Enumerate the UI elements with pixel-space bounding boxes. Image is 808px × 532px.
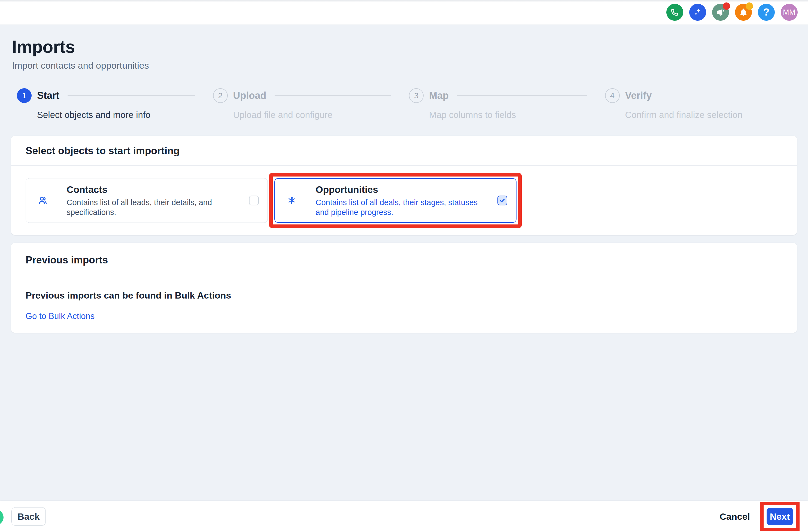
step-1-start: 1 Start Select objects and more info	[12, 88, 208, 121]
top-bar: ? MM	[0, 0, 808, 24]
annotation-next-highlight: Next	[760, 502, 800, 531]
opportunities-person-arrows-icon	[275, 195, 309, 206]
step-4-number-badge: 4	[605, 88, 620, 103]
announcements-badge	[723, 2, 730, 10]
step-3-description: Map columns to fields	[429, 110, 587, 121]
footer-action-bar: Back Cancel Next	[0, 501, 808, 532]
contacts-option-title: Contacts	[67, 184, 243, 195]
announcements-icon[interactable]	[712, 4, 729, 21]
page-title: Imports	[12, 37, 796, 57]
annotation-opportunities-highlight: Opportunities Contains list of all deals…	[269, 173, 522, 228]
previous-imports-card: Previous imports Previous imports can be…	[11, 243, 797, 333]
previous-imports-text: Previous imports can be found in Bulk Ac…	[25, 290, 783, 301]
notifications-icon[interactable]	[735, 4, 752, 21]
contacts-option-description: Contains list of all leads, their detail…	[67, 198, 243, 217]
opportunities-option-description: Contains list of all deals, their stages…	[316, 198, 491, 217]
avatar-initials: MM	[783, 8, 795, 17]
next-button[interactable]: Next	[767, 508, 793, 525]
help-icon[interactable]: ?	[758, 4, 775, 21]
step-4-verify: 4 Verify Confirm and finalize selection	[600, 88, 796, 121]
step-4-description: Confirm and finalize selection	[625, 110, 783, 121]
select-objects-heading: Select objects to start importing	[11, 136, 797, 165]
step-1-description: Select objects and more info	[37, 110, 195, 121]
opportunities-option-title: Opportunities	[316, 184, 491, 195]
import-options-row: Contacts Contains list of all leads, the…	[11, 166, 797, 235]
phone-icon[interactable]	[666, 4, 683, 21]
opportunities-checkbox[interactable]	[497, 196, 507, 205]
step-3-map: 3 Map Map columns to fields	[404, 88, 600, 121]
option-card-opportunities[interactable]: Opportunities Contains list of all deals…	[274, 178, 516, 223]
step-connector-line	[457, 95, 587, 96]
ai-sparkles-icon[interactable]	[689, 4, 706, 21]
cancel-button[interactable]: Cancel	[719, 509, 751, 525]
page-subtitle: Import contacts and opportunities	[12, 60, 796, 71]
avatar[interactable]: MM	[781, 4, 798, 21]
select-objects-card: Select objects to start importing Contac…	[11, 136, 797, 235]
option-card-contacts-wrap: Contacts Contains list of all leads, the…	[20, 173, 273, 228]
step-connector-line	[68, 95, 195, 96]
notifications-badge	[746, 2, 753, 10]
window-top-shadow	[0, 0, 808, 2]
back-button[interactable]: Back	[12, 507, 46, 526]
contacts-checkbox[interactable]	[249, 196, 259, 205]
contacts-person-icon	[26, 195, 60, 206]
step-4-label: Verify	[625, 90, 652, 101]
step-2-description: Upload file and configure	[233, 110, 391, 121]
step-3-number-badge: 3	[409, 88, 424, 103]
step-2-upload: 2 Upload Upload file and configure	[208, 88, 404, 121]
go-to-bulk-actions-link[interactable]: Go to Bulk Actions	[25, 311, 94, 322]
step-connector-line	[275, 95, 391, 96]
step-1-number-badge: 1	[17, 88, 32, 103]
checkmark-icon	[499, 197, 506, 204]
previous-imports-heading: Previous imports	[11, 243, 797, 276]
option-card-contacts[interactable]: Contacts Contains list of all leads, the…	[25, 178, 268, 223]
step-3-label: Map	[429, 90, 449, 101]
import-stepper: 1 Start Select objects and more info 2 U…	[12, 88, 796, 121]
step-2-label: Upload	[233, 90, 267, 101]
step-1-label: Start	[37, 90, 59, 101]
step-2-number-badge: 2	[213, 88, 228, 103]
page-header: Imports Import contacts and opportunitie…	[12, 24, 796, 71]
